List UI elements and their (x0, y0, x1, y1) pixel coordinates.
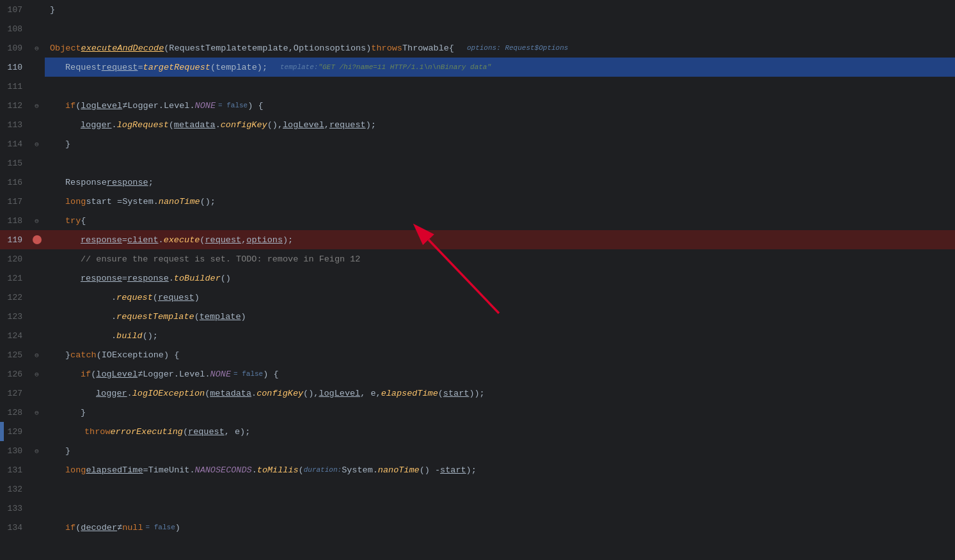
fold-icon-118[interactable]: ⊖ (35, 217, 39, 225)
fold-icon-114[interactable]: ⊖ (35, 140, 39, 148)
token-131-system: System (342, 465, 373, 475)
token-131-eq: = (143, 465, 148, 475)
fold-icon-130[interactable]: ⊖ (35, 447, 39, 455)
gutter-row-125: 125 ⊖ (0, 345, 45, 364)
gutter-row-124: 124 (0, 326, 45, 345)
gutter-row-126: 126 ⊖ (0, 364, 45, 384)
gutter-icon-128: ⊖ (29, 408, 45, 417)
token-131-dot2: . (252, 465, 257, 475)
token-126-dot: . (174, 369, 179, 379)
gutter-icon-118: ⊖ (29, 217, 45, 225)
line-num-131: 131 (0, 465, 29, 475)
token-117-dot: . (154, 197, 159, 206)
gutter-row-122: 122 (0, 288, 45, 307)
line-num-109: 109 (0, 43, 29, 53)
token-119-dot: . (159, 235, 164, 245)
token-119-execute: execute (164, 235, 200, 245)
gutter-row-110: 110 (0, 58, 45, 77)
token-122-req: request (158, 293, 194, 302)
token-113-dot: . (112, 120, 117, 130)
token-119-request: request (205, 235, 241, 245)
token-126-dot2: . (205, 369, 210, 379)
line-num-120: 120 (0, 254, 29, 264)
token-109-paren: ( (164, 43, 169, 53)
token-117-sp: start = (86, 197, 122, 206)
token-134-null: null (122, 523, 143, 533)
code-line-125: } catch ( IOException e) { (45, 345, 955, 364)
token-112-dot2: . (189, 101, 194, 111)
token-129-throw: throw (84, 427, 111, 437)
token-128-brace: } (81, 408, 86, 417)
line-gutter: 107 108 109 ⊖ 110 (0, 0, 45, 560)
token-116-semi: ; (148, 178, 154, 187)
token-127-configKey: configKey (257, 389, 303, 398)
token-117-end: (); (200, 197, 216, 206)
token-113-logReq: logRequest (117, 120, 169, 130)
code-line-126: if ( logLevel ≠ Logger . Level . NONE = … (45, 364, 955, 384)
token-123-template: template (200, 312, 241, 322)
token-112-none: NONE (195, 101, 216, 111)
token-121-end: () (221, 274, 231, 283)
code-line-114: } (45, 134, 955, 153)
token-127-close: )); (469, 389, 484, 398)
line-num-123: 123 (0, 312, 29, 322)
token-123-args: ( (194, 312, 200, 322)
token-129-errorExec: errorExecuting (111, 427, 183, 437)
gutter-row-132: 132 (0, 479, 45, 499)
token-131-end: () - (420, 465, 440, 475)
gutter-row-130: 130 ⊖ (0, 441, 45, 460)
fold-icon-126[interactable]: ⊖ (35, 370, 39, 378)
token-126-neq: ≠ (138, 369, 143, 379)
token-127-comma: , e, (360, 389, 381, 398)
fold-icon-109[interactable]: ⊖ (35, 44, 39, 52)
token-126-level: Level (179, 369, 205, 379)
token-131-nanoTime: nanoTime (378, 465, 420, 475)
token-126-paren: ( (91, 369, 96, 379)
token-113-end: ); (366, 120, 376, 130)
token-131-paren: ( (299, 465, 304, 475)
token-113-logger: logger (81, 120, 112, 130)
token-113-meta: metadata (174, 120, 216, 130)
token-123-end: ) (241, 312, 246, 322)
token-114-brace: } (65, 139, 70, 149)
line-num-121: 121 (0, 274, 29, 283)
token-122-method: request (116, 293, 153, 302)
token-116-resp: response (107, 178, 148, 187)
line-num-118: 118 (0, 216, 29, 226)
code-line-115 (45, 153, 955, 173)
fold-icon-125[interactable]: ⊖ (35, 351, 39, 359)
code-content[interactable]: } Object executeAndDecode ( RequestTempl… (45, 0, 955, 560)
code-line-133 (45, 499, 955, 518)
token-109-type2: Options (294, 43, 330, 53)
token-118-brace: { (81, 216, 86, 226)
code-area: 107 108 109 ⊖ 110 (0, 0, 955, 560)
fold-icon-128[interactable]: ⊖ (35, 408, 39, 417)
token-129-request: request (188, 427, 225, 437)
token-112-if: if (65, 101, 75, 111)
token-109-throwable: Throwable (402, 43, 449, 53)
token-109-method: executeAndDecode (81, 43, 164, 53)
token-134-hint: = false (146, 524, 175, 531)
token-126-logger: Logger (143, 369, 174, 379)
line-num-127: 127 (0, 389, 29, 398)
token-107-brace: } (50, 5, 55, 15)
gutter-icon-130: ⊖ (29, 447, 45, 455)
code-line-111 (45, 77, 955, 96)
line-num-125: 125 (0, 350, 29, 360)
fold-icon-112[interactable]: ⊖ (35, 102, 39, 110)
token-123-method: requestTemplate (116, 312, 194, 322)
code-line-134: if ( decoder ≠ null = false ) (45, 518, 955, 537)
breakpoint-119[interactable] (33, 235, 42, 244)
token-119-options: options (246, 235, 283, 245)
code-line-121: response = response . toBuilder () (45, 268, 955, 288)
code-line-120: // ensure the request is set. TODO: remo… (45, 249, 955, 268)
token-112-hint: = false (218, 102, 248, 109)
code-line-132 (45, 479, 955, 499)
token-126-if: if (81, 369, 91, 379)
token-112-level: Level (164, 101, 190, 111)
token-131-dot: . (189, 465, 194, 475)
token-127-end: ( (438, 389, 443, 398)
code-line-130: } (45, 441, 955, 460)
gutter-icon-119[interactable] (29, 235, 45, 244)
token-119-args: ( (200, 235, 205, 245)
